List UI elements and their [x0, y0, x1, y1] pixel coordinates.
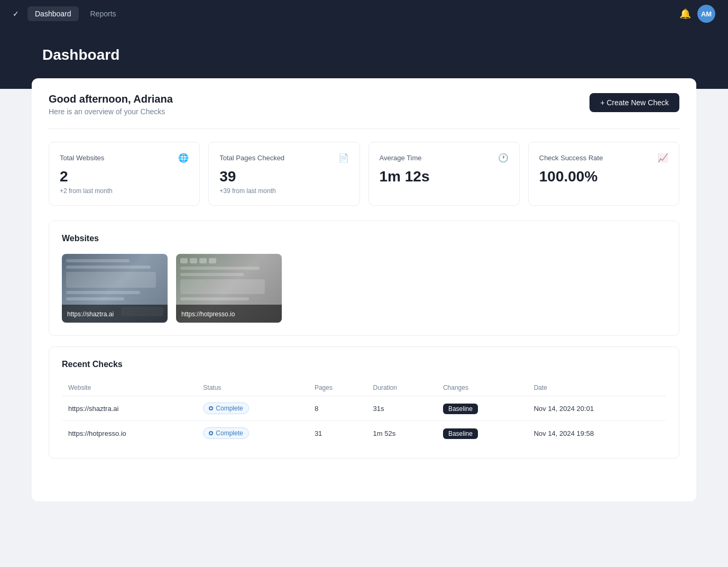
- clock-icon: 🕐: [498, 153, 509, 163]
- stats-row: Total Websites 🌐 2 +2 from last month To…: [49, 142, 679, 206]
- website-card-shaztra[interactable]: https://shaztra.ai: [62, 254, 168, 323]
- col-header-pages: Pages: [308, 380, 367, 396]
- nav-logo-icon: ✓: [13, 10, 19, 18]
- main-card: Good afternoon, Adriana Here is an overv…: [32, 78, 696, 501]
- stat-label-websites: Total Websites: [60, 154, 104, 162]
- table-row: https://hotpresso.io Complete 31 1m 52s …: [62, 421, 666, 446]
- cell-pages-2: 31: [308, 421, 367, 446]
- cell-changes-1: Baseline: [437, 396, 528, 421]
- stat-header-time: Average Time 🕐: [380, 153, 509, 163]
- stat-card-total-websites: Total Websites 🌐 2 +2 from last month: [49, 142, 200, 206]
- websites-section: Websites https://shaztra.ai: [49, 221, 679, 336]
- bell-icon[interactable]: 🔔: [679, 8, 691, 20]
- stat-header-websites: Total Websites 🌐: [60, 153, 189, 163]
- website-card-overlay-hotpresso: https://hotpresso.io: [176, 305, 282, 323]
- status-badge-1: Complete: [203, 403, 248, 414]
- nav-right: 🔔 AM: [679, 5, 715, 23]
- stat-label-time: Average Time: [380, 154, 422, 162]
- cell-pages-1: 8: [308, 396, 367, 421]
- table-header-row: Website Status Pages Duration Changes Da…: [62, 380, 666, 396]
- stat-header-pages: Total Pages Checked 📄: [219, 153, 348, 163]
- col-header-status: Status: [197, 380, 308, 396]
- website-card-overlay-shaztra: https://shaztra.ai: [62, 305, 168, 323]
- table-header: Website Status Pages Duration Changes Da…: [62, 380, 666, 396]
- activity-icon: 📈: [658, 153, 668, 163]
- status-label-2: Complete: [216, 429, 243, 437]
- website-url-shaztra: https://shaztra.ai: [67, 310, 114, 318]
- stat-card-avg-time: Average Time 🕐 1m 12s: [368, 142, 520, 206]
- stat-value-time: 1m 12s: [380, 168, 509, 185]
- stat-change-websites: +2 from last month: [60, 187, 189, 195]
- document-icon: 📄: [338, 153, 349, 163]
- navbar: ✓ Dashboard Reports 🔔 AM: [0, 0, 728, 28]
- stat-value-success: 100.00%: [539, 168, 668, 185]
- recent-checks-table: Website Status Pages Duration Changes Da…: [62, 380, 666, 445]
- page-title: Dashboard: [42, 47, 686, 63]
- col-header-changes: Changes: [437, 380, 528, 396]
- cell-date-2: Nov 14, 2024 19:58: [528, 421, 666, 446]
- col-header-date: Date: [528, 380, 666, 396]
- status-dot-2: [209, 431, 213, 435]
- greeting-row: Good afternoon, Adriana Here is an overv…: [49, 93, 679, 129]
- status-badge-2: Complete: [203, 427, 248, 439]
- stat-card-pages-checked: Total Pages Checked 📄 39 +39 from last m…: [208, 142, 360, 206]
- cell-changes-2: Baseline: [437, 421, 528, 446]
- baseline-badge-1: Baseline: [443, 404, 478, 414]
- websites-section-title: Websites: [62, 234, 666, 243]
- websites-grid: https://shaztra.ai ht: [62, 254, 666, 323]
- status-dot-1: [209, 406, 213, 410]
- cell-website-2: https://hotpresso.io: [62, 421, 197, 446]
- greeting-text: Good afternoon, Adriana Here is an overv…: [49, 93, 173, 116]
- stat-card-success-rate: Check Success Rate 📈 100.00%: [528, 142, 679, 206]
- cell-duration-1: 31s: [367, 396, 437, 421]
- nav-tab-reports[interactable]: Reports: [83, 6, 124, 21]
- col-header-website: Website: [62, 380, 197, 396]
- create-new-check-button[interactable]: + Create New Check: [589, 93, 679, 112]
- recent-checks-title: Recent Checks: [62, 360, 666, 369]
- website-url-hotpresso: https://hotpresso.io: [181, 310, 235, 318]
- stat-change-pages: +39 from last month: [219, 187, 348, 195]
- greeting-heading: Good afternoon, Adriana: [49, 93, 173, 105]
- stat-value-websites: 2: [60, 168, 189, 185]
- stat-header-success: Check Success Rate 📈: [539, 153, 668, 163]
- table-row: https://shaztra.ai Complete 8 31s Baseli…: [62, 396, 666, 421]
- greeting-subtext: Here is an overview of your Checks: [49, 107, 173, 116]
- stat-value-pages: 39: [219, 168, 348, 185]
- user-avatar[interactable]: AM: [697, 5, 715, 23]
- status-label-1: Complete: [216, 405, 243, 412]
- stat-label-pages: Total Pages Checked: [219, 154, 284, 162]
- website-card-hotpresso[interactable]: https://hotpresso.io: [176, 254, 282, 323]
- cell-duration-2: 1m 52s: [367, 421, 437, 446]
- recent-checks-section: Recent Checks Website Status Pages Durat…: [49, 346, 679, 459]
- cell-date-1: Nov 14, 2024 20:01: [528, 396, 666, 421]
- stat-label-success: Check Success Rate: [539, 154, 603, 162]
- baseline-badge-2: Baseline: [443, 428, 478, 439]
- cell-status-1: Complete: [197, 396, 308, 421]
- table-body: https://shaztra.ai Complete 8 31s Baseli…: [62, 396, 666, 446]
- col-header-duration: Duration: [367, 380, 437, 396]
- globe-icon: 🌐: [178, 153, 189, 163]
- nav-tab-dashboard[interactable]: Dashboard: [27, 6, 79, 21]
- cell-website-1: https://shaztra.ai: [62, 396, 197, 421]
- cell-status-2: Complete: [197, 421, 308, 446]
